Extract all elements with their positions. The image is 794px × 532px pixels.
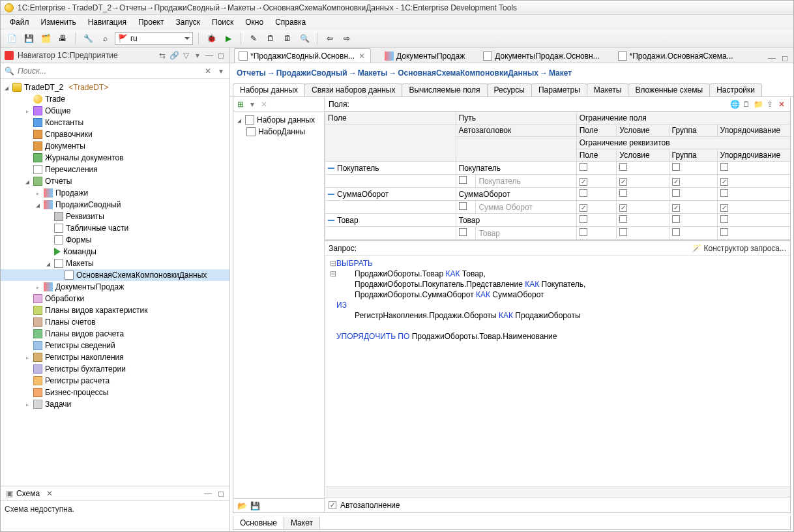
menu-file[interactable]: Файл xyxy=(5,16,35,28)
tree-item[interactable]: Табличные части xyxy=(1,222,229,234)
navigator-tree[interactable]: ◢ TradeDT_2 <TradeDT> Trade▹ОбщиеКонстан… xyxy=(1,79,229,486)
menu-edit[interactable]: Изменить xyxy=(36,16,81,28)
query-builder-button[interactable]: 🪄 Конструктор запроса... xyxy=(692,244,786,253)
tree-item[interactable]: ◢Отчеты xyxy=(1,175,229,187)
tree-item[interactable]: ▹Регистры накопления xyxy=(1,351,229,363)
editor-tab-2[interactable]: ДокументыПродаж.Основн... xyxy=(478,48,604,63)
search-clear-icon[interactable]: ✕ xyxy=(203,66,213,76)
query-text[interactable]: ⊟ВЫБРАТЬ⊟ПродажиОбороты.Товар КАК Товар,… xyxy=(325,256,790,486)
menu-nav[interactable]: Навигация xyxy=(83,16,132,28)
run-button[interactable]: ▶ xyxy=(221,31,235,46)
tree-item[interactable]: ◢ПродажиСводный xyxy=(1,199,229,211)
open-config-button[interactable]: 🔧 xyxy=(81,31,95,46)
col-restr-field[interactable]: Ограничение поля xyxy=(576,112,790,125)
tree-item[interactable]: ▹ДокументыПродаж xyxy=(1,281,229,293)
dcs-tab-5[interactable]: Макеты xyxy=(587,83,629,96)
print-button[interactable]: 🖶 xyxy=(55,31,70,46)
tree-item[interactable]: Trade xyxy=(1,93,229,105)
tree-item[interactable]: Справочники xyxy=(1,128,229,140)
search-dropdown-icon[interactable]: ▾ xyxy=(216,66,226,76)
tool-d-button[interactable]: 🔍 xyxy=(297,31,312,46)
crumb-1[interactable]: ПродажиСводный xyxy=(276,68,347,78)
nav-tool-filter[interactable]: ▽ xyxy=(181,51,190,60)
editor-max[interactable]: ◻ xyxy=(780,53,789,63)
tree-item[interactable]: ▹Продажи xyxy=(1,187,229,199)
tree-item[interactable]: Журналы документов xyxy=(1,152,229,164)
fields-grid[interactable]: Поле Путь Ограничение поля Роль Выражени… xyxy=(325,111,790,241)
editor-min[interactable]: — xyxy=(767,53,776,63)
sub-g2[interactable]: Группа xyxy=(669,149,717,162)
bottom-tab-0[interactable]: Основные xyxy=(233,517,284,529)
tree-item[interactable]: ◢Макеты xyxy=(1,258,229,269)
globe-icon[interactable]: 🌐 xyxy=(730,100,739,109)
menu-run[interactable]: Запуск xyxy=(170,16,205,28)
table-row[interactable]: Сумма Оборот xyxy=(325,201,791,214)
col-path[interactable]: Путь xyxy=(456,112,576,125)
sub-f2[interactable]: Поле xyxy=(576,149,617,162)
search-button[interactable]: ⌕ xyxy=(98,31,112,46)
add-row-icon[interactable]: ⇪ xyxy=(765,100,774,109)
menu-help[interactable]: Справка xyxy=(270,16,311,28)
menu-window[interactable]: Окно xyxy=(240,16,269,28)
menu-search[interactable]: Поиск xyxy=(207,16,239,28)
editor-tab-1[interactable]: ДокументыПродаж xyxy=(380,48,469,63)
tree-item[interactable]: Регистры расчета xyxy=(1,375,229,387)
col-field[interactable]: Поле xyxy=(325,112,456,125)
sub-o2[interactable]: Упорядочивание xyxy=(717,149,790,162)
tree-item[interactable]: ОсновнаяСхемаКомпоновкиДанных xyxy=(1,269,229,281)
tree-item[interactable]: Команды xyxy=(1,246,229,258)
nav-tool-link[interactable]: 🔗 xyxy=(169,51,179,60)
col-auto[interactable]: Автозаголовок xyxy=(456,125,576,137)
nav-tool-menu[interactable]: ▾ xyxy=(193,51,202,60)
tool-a-button[interactable]: ✎ xyxy=(246,31,261,46)
nav-tool-min[interactable]: — xyxy=(205,51,214,60)
dcs-tab-3[interactable]: Ресурсы xyxy=(487,83,532,96)
save-disk-icon[interactable]: 💾 xyxy=(250,501,259,510)
tree-item[interactable]: Планы счетов xyxy=(1,316,229,328)
tree-item[interactable]: Перечисления xyxy=(1,164,229,175)
sub-o1[interactable]: Упорядочивание xyxy=(717,125,790,137)
save-all-button[interactable]: 🗂️ xyxy=(38,31,53,46)
close-icon[interactable]: ✕ xyxy=(357,52,366,61)
save-button[interactable]: 💾 xyxy=(22,31,36,46)
dcs-tab-0[interactable]: Наборы данных xyxy=(233,83,305,96)
nav-back-button[interactable]: ⇦ xyxy=(323,31,337,46)
tool-c-button[interactable]: 🗓 xyxy=(280,31,295,46)
table-row[interactable]: Покупатель xyxy=(325,175,791,188)
add-col-icon[interactable]: 🗒 xyxy=(742,100,751,109)
remove-dataset-button[interactable]: ✕ xyxy=(259,100,269,109)
tool-b-button[interactable]: 🗒 xyxy=(263,31,278,46)
dataset-root[interactable]: ◢ Наборы данных xyxy=(235,114,323,126)
tree-item[interactable]: Регистры бухгалтерии xyxy=(1,363,229,375)
autofill-checkbox[interactable] xyxy=(329,501,336,509)
tree-item[interactable]: Регистры сведений xyxy=(1,340,229,351)
dcs-tab-2[interactable]: Вычисляемые поля xyxy=(402,83,487,96)
schema-min[interactable]: — xyxy=(203,489,213,498)
debug-button[interactable]: 🐞 xyxy=(204,31,218,46)
table-row[interactable]: ПокупательПокупательИзмерение xyxy=(325,162,791,175)
table-row[interactable]: СуммаОборотСуммаОборот xyxy=(325,188,791,201)
dataset-item-0[interactable]: НаборДанны xyxy=(235,126,323,138)
query-hscrollbar[interactable] xyxy=(325,486,790,497)
sub-g1[interactable]: Группа xyxy=(669,125,717,137)
tree-item[interactable]: Документы xyxy=(1,140,229,152)
tree-item[interactable]: Константы xyxy=(1,117,229,128)
sub-f1[interactable]: Поле xyxy=(576,125,617,137)
navigator-search-input[interactable] xyxy=(18,66,199,76)
editor-tab-0[interactable]: *ПродажиСводный.Основн... ✕ xyxy=(234,48,371,63)
editor-tab-3[interactable]: *Продажи.ОсновнаяСхема... xyxy=(613,48,738,63)
nav-tool-collapse[interactable]: ⇆ xyxy=(158,51,167,60)
tree-item[interactable]: Формы xyxy=(1,234,229,246)
schema-max[interactable]: ◻ xyxy=(216,489,226,498)
new-button[interactable]: 📄 xyxy=(5,31,19,46)
add-dataset-button[interactable]: ⊞ xyxy=(236,100,245,109)
open-folder-icon[interactable]: 📂 xyxy=(237,501,246,510)
nav-fwd-button[interactable]: ⇨ xyxy=(340,31,354,46)
menu-project[interactable]: Проект xyxy=(133,16,169,28)
lang-dropdown[interactable]: 🚩 ru xyxy=(115,32,193,45)
nav-tool-max[interactable]: ◻ xyxy=(216,51,226,60)
table-row[interactable]: Товар xyxy=(325,227,791,240)
tree-item[interactable]: Планы видов характеристик xyxy=(1,304,229,316)
dcs-tab-4[interactable]: Параметры xyxy=(531,83,587,96)
dcs-tab-6[interactable]: Вложенные схемы xyxy=(628,83,710,96)
